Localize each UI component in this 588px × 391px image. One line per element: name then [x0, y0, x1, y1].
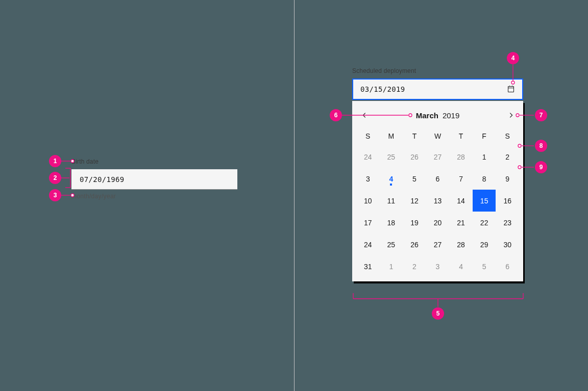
annotation-dot-6: 6	[330, 109, 342, 121]
annotation-dot-8: 8	[535, 140, 547, 152]
field-label: Birth date	[71, 158, 237, 165]
calendar-day[interactable]: 24	[356, 233, 380, 255]
chevron-right-icon	[507, 112, 514, 119]
calendar-day[interactable]: 21	[449, 212, 473, 233]
calendar-day[interactable]: 6	[496, 255, 519, 277]
calendar-day[interactable]: 23	[496, 212, 519, 233]
calendar-day[interactable]: 18	[380, 212, 403, 233]
calendar-day[interactable]: 20	[426, 212, 450, 233]
simple-date-field: Birth date month/day/year	[71, 158, 237, 200]
annotation-dot-9: 9	[535, 161, 547, 173]
next-month-button[interactable]	[506, 110, 516, 120]
field-label: Scheduled deployment	[352, 67, 523, 74]
date-input[interactable]	[71, 169, 237, 190]
calendar-day[interactable]: 4	[380, 168, 403, 190]
calendar-day[interactable]: 30	[496, 233, 519, 255]
chevron-left-icon	[361, 112, 368, 119]
calendar-day[interactable]: 8	[473, 168, 496, 190]
calendar-weekday: T	[403, 126, 426, 146]
calendar-month-year[interactable]: March2019	[416, 111, 460, 120]
annotation-dot-3: 3	[49, 189, 61, 201]
calendar-day[interactable]: 16	[496, 190, 519, 212]
calendar-day[interactable]: 14	[449, 190, 473, 212]
calendar-day[interactable]: 27	[426, 146, 450, 168]
calendar-day[interactable]: 31	[356, 255, 380, 277]
calendar-day[interactable]: 17	[356, 212, 380, 233]
calendar-popup: March2019 SMTWTFS 2425262728123456789101…	[352, 101, 523, 281]
calendar-day[interactable]: 13	[426, 190, 450, 212]
calendar-day[interactable]: 26	[403, 146, 426, 168]
calendar-day[interactable]: 9	[496, 168, 519, 190]
calendar-day-grid: 2425262728123456789101112131415161718192…	[356, 146, 519, 277]
calendar-header: March2019	[356, 104, 519, 126]
calendar-day[interactable]: 2	[403, 255, 426, 277]
date-picker-value: 03/15/2019	[360, 85, 507, 93]
calendar-weekday: S	[496, 126, 519, 146]
calendar-day[interactable]: 2	[496, 146, 519, 168]
calendar-day[interactable]: 28	[449, 146, 473, 168]
annotation-dot-4: 4	[507, 52, 519, 64]
calendar-day[interactable]: 3	[426, 255, 450, 277]
helper-text: month/day/year	[71, 193, 237, 200]
date-picker: Scheduled deployment 03/15/2019 March201…	[352, 67, 523, 281]
annotation-dot-2: 2	[49, 172, 61, 184]
calendar-day[interactable]: 3	[356, 168, 380, 190]
calendar-day[interactable]: 5	[403, 168, 426, 190]
calendar-day[interactable]: 4	[449, 255, 473, 277]
calendar-day[interactable]: 19	[403, 212, 426, 233]
calendar-day[interactable]: 15	[473, 190, 496, 212]
calendar-day[interactable]: 10	[356, 190, 380, 212]
calendar-weekday-row: SMTWTFS	[356, 126, 519, 146]
calendar-weekday: M	[380, 126, 403, 146]
annotation-dot-1: 1	[49, 155, 61, 167]
calendar-day[interactable]: 7	[449, 168, 473, 190]
date-picker-input[interactable]: 03/15/2019	[352, 79, 523, 100]
calendar-weekday: F	[473, 126, 496, 146]
annotation-dot-7: 7	[535, 109, 547, 121]
calendar-day[interactable]: 27	[426, 233, 450, 255]
calendar-day[interactable]: 22	[473, 212, 496, 233]
annotation-dot-5: 5	[432, 307, 444, 320]
calendar-day[interactable]: 26	[403, 233, 426, 255]
calendar-day[interactable]: 11	[380, 190, 403, 212]
calendar-weekday: W	[426, 126, 450, 146]
calendar-day[interactable]: 12	[403, 190, 426, 212]
calendar-day[interactable]: 1	[473, 146, 496, 168]
vertical-divider	[294, 0, 295, 391]
calendar-day[interactable]: 5	[473, 255, 496, 277]
prev-month-button[interactable]	[359, 110, 370, 120]
calendar-day[interactable]: 1	[380, 255, 403, 277]
calendar-day[interactable]: 29	[473, 233, 496, 255]
calendar-weekday: T	[449, 126, 473, 146]
calendar-day[interactable]: 25	[380, 146, 403, 168]
calendar-day[interactable]: 28	[449, 233, 473, 255]
calendar-icon[interactable]	[507, 85, 515, 93]
calendar-day[interactable]: 6	[426, 168, 450, 190]
calendar-weekday: S	[356, 126, 380, 146]
calendar-day[interactable]: 25	[380, 233, 403, 255]
calendar-day[interactable]: 24	[356, 146, 380, 168]
